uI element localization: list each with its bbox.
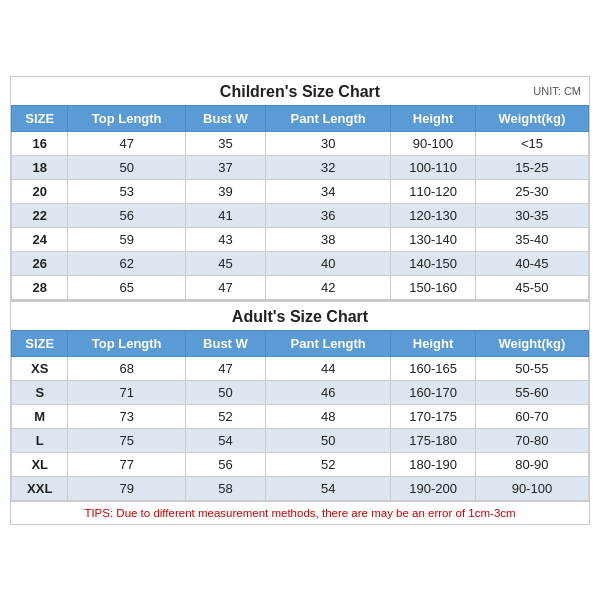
table-row: S715046160-17055-60	[12, 380, 589, 404]
adult-title: Adult's Size Chart	[232, 308, 368, 325]
table-cell: 54	[185, 428, 265, 452]
table-cell: XXL	[12, 476, 68, 500]
table-cell: 35-40	[475, 227, 588, 251]
table-cell: 35	[185, 131, 265, 155]
table-cell: 56	[68, 203, 185, 227]
table-cell: XL	[12, 452, 68, 476]
table-cell: 42	[266, 275, 391, 299]
table-cell: 40-45	[475, 251, 588, 275]
table-cell: 50	[185, 380, 265, 404]
adult-title-row: Adult's Size Chart	[11, 300, 589, 330]
table-cell: 90-100	[475, 476, 588, 500]
adult-header-row: SIZE Top Length Bust W Pant Length Heigh…	[12, 330, 589, 356]
table-cell: XS	[12, 356, 68, 380]
table-cell: 54	[266, 476, 391, 500]
table-cell: 62	[68, 251, 185, 275]
table-cell: 130-140	[391, 227, 476, 251]
table-cell: 47	[68, 131, 185, 155]
adult-table: SIZE Top Length Bust W Pant Length Heigh…	[11, 330, 589, 501]
table-cell: 15-25	[475, 155, 588, 179]
table-cell: 47	[185, 356, 265, 380]
table-cell: 32	[266, 155, 391, 179]
table-cell: 160-170	[391, 380, 476, 404]
table-cell: 65	[68, 275, 185, 299]
table-cell: 45-50	[475, 275, 588, 299]
table-cell: 50	[68, 155, 185, 179]
adult-col-pant-length: Pant Length	[266, 330, 391, 356]
table-cell: 59	[68, 227, 185, 251]
table-cell: 43	[185, 227, 265, 251]
table-cell: 160-165	[391, 356, 476, 380]
table-cell: 45	[185, 251, 265, 275]
table-cell: 77	[68, 452, 185, 476]
children-title: Children's Size Chart	[220, 83, 380, 100]
table-cell: 38	[266, 227, 391, 251]
table-cell: 50-55	[475, 356, 588, 380]
table-cell: 16	[12, 131, 68, 155]
table-row: 22564136120-13030-35	[12, 203, 589, 227]
table-row: 26624540140-15040-45	[12, 251, 589, 275]
table-row: L755450175-18070-80	[12, 428, 589, 452]
children-table: SIZE Top Length Bust W Pant Length Heigh…	[11, 105, 589, 300]
tips-row: TIPS: Due to different measurement metho…	[11, 501, 589, 524]
table-cell: <15	[475, 131, 588, 155]
table-cell: 140-150	[391, 251, 476, 275]
table-cell: 120-130	[391, 203, 476, 227]
table-cell: 30-35	[475, 203, 588, 227]
adult-col-height: Height	[391, 330, 476, 356]
table-cell: 68	[68, 356, 185, 380]
table-cell: 80-90	[475, 452, 588, 476]
table-cell: 46	[266, 380, 391, 404]
table-cell: 40	[266, 251, 391, 275]
adult-tbody: XS684744160-16550-55S715046160-17055-60M…	[12, 356, 589, 500]
table-cell: S	[12, 380, 68, 404]
table-cell: 25-30	[475, 179, 588, 203]
children-tbody: 1647353090-100<1518503732100-11015-25205…	[12, 131, 589, 299]
col-size: SIZE	[12, 105, 68, 131]
table-cell: 58	[185, 476, 265, 500]
table-cell: 175-180	[391, 428, 476, 452]
table-cell: 70-80	[475, 428, 588, 452]
table-cell: 18	[12, 155, 68, 179]
col-height: Height	[391, 105, 476, 131]
table-cell: 52	[185, 404, 265, 428]
table-cell: 53	[68, 179, 185, 203]
table-row: 18503732100-11015-25	[12, 155, 589, 179]
table-cell: 22	[12, 203, 68, 227]
table-cell: 30	[266, 131, 391, 155]
table-cell: 190-200	[391, 476, 476, 500]
table-row: 28654742150-16045-50	[12, 275, 589, 299]
table-row: 20533934110-12025-30	[12, 179, 589, 203]
table-cell: M	[12, 404, 68, 428]
col-top-length: Top Length	[68, 105, 185, 131]
table-row: 1647353090-100<15	[12, 131, 589, 155]
table-cell: 52	[266, 452, 391, 476]
table-cell: 170-175	[391, 404, 476, 428]
col-pant-length: Pant Length	[266, 105, 391, 131]
table-cell: 44	[266, 356, 391, 380]
table-cell: 47	[185, 275, 265, 299]
table-cell: 37	[185, 155, 265, 179]
table-cell: 36	[266, 203, 391, 227]
table-cell: 39	[185, 179, 265, 203]
table-cell: 71	[68, 380, 185, 404]
table-cell: 48	[266, 404, 391, 428]
table-cell: 50	[266, 428, 391, 452]
table-cell: 100-110	[391, 155, 476, 179]
table-cell: 180-190	[391, 452, 476, 476]
children-header-row: SIZE Top Length Bust W Pant Length Heigh…	[12, 105, 589, 131]
table-cell: 20	[12, 179, 68, 203]
table-cell: 34	[266, 179, 391, 203]
table-cell: 28	[12, 275, 68, 299]
table-cell: 90-100	[391, 131, 476, 155]
adult-col-weight: Weight(kg)	[475, 330, 588, 356]
table-row: XS684744160-16550-55	[12, 356, 589, 380]
table-cell: 73	[68, 404, 185, 428]
table-row: M735248170-17560-70	[12, 404, 589, 428]
table-row: XL775652180-19080-90	[12, 452, 589, 476]
table-cell: 75	[68, 428, 185, 452]
children-title-row: Children's Size Chart UNIT: CM	[11, 77, 589, 105]
table-row: 24594338130-14035-40	[12, 227, 589, 251]
unit-label: UNIT: CM	[533, 85, 581, 97]
table-cell: 110-120	[391, 179, 476, 203]
